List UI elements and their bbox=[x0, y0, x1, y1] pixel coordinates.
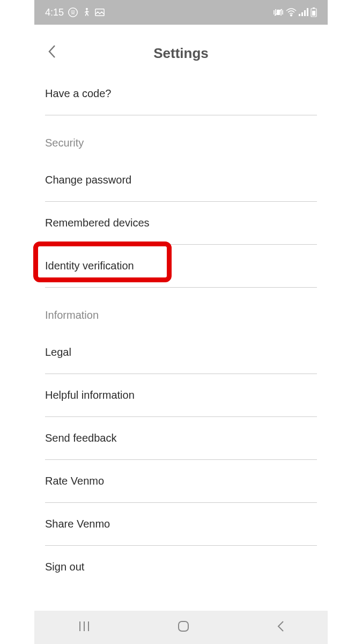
legal-item[interactable]: Legal bbox=[45, 331, 317, 374]
back-button[interactable] bbox=[47, 44, 57, 61]
svg-rect-7 bbox=[301, 12, 303, 16]
helpful-information-item[interactable]: Helpful information bbox=[45, 374, 317, 417]
svg-rect-2 bbox=[95, 9, 104, 16]
settings-list: Have a code? Security Change password Re… bbox=[0, 72, 362, 573]
status-right bbox=[273, 8, 317, 17]
image-icon bbox=[95, 8, 105, 17]
app-header: Settings bbox=[0, 29, 362, 72]
status-bar: 4:15 bbox=[34, 0, 328, 25]
home-button[interactable] bbox=[161, 614, 206, 640]
svg-rect-6 bbox=[299, 14, 300, 16]
remembered-devices-item[interactable]: Remembered devices bbox=[45, 202, 317, 245]
rate-venmo-item[interactable]: Rate Venmo bbox=[45, 460, 317, 503]
signal-icon bbox=[299, 8, 308, 17]
change-password-item[interactable]: Change password bbox=[45, 159, 317, 202]
svg-rect-8 bbox=[304, 10, 306, 16]
wifi-icon bbox=[286, 8, 297, 17]
svg-rect-9 bbox=[307, 8, 308, 16]
spotify-icon bbox=[68, 8, 78, 17]
page-title: Settings bbox=[11, 45, 351, 62]
section-label-security: Security bbox=[45, 115, 317, 159]
send-feedback-item[interactable]: Send feedback bbox=[45, 417, 317, 460]
svg-rect-12 bbox=[312, 11, 315, 16]
back-nav-button[interactable] bbox=[260, 614, 301, 640]
have-a-code-item[interactable]: Have a code? bbox=[45, 72, 317, 115]
android-nav-bar bbox=[34, 611, 328, 644]
battery-icon bbox=[311, 8, 317, 17]
section-label-information: Information bbox=[45, 288, 317, 331]
recents-button[interactable] bbox=[62, 615, 107, 640]
svg-rect-16 bbox=[179, 621, 188, 631]
status-time: 4:15 bbox=[45, 7, 64, 18]
identity-verification-item[interactable]: Identity verification bbox=[45, 245, 317, 288]
vibrate-icon bbox=[273, 8, 284, 17]
identity-verification-label: Identity verification bbox=[45, 260, 134, 272]
sign-out-item[interactable]: Sign out bbox=[45, 546, 317, 573]
walking-icon bbox=[82, 8, 91, 17]
svg-point-1 bbox=[86, 8, 88, 10]
svg-point-5 bbox=[291, 14, 292, 16]
status-left: 4:15 bbox=[45, 7, 105, 18]
share-venmo-item[interactable]: Share Venmo bbox=[45, 503, 317, 546]
svg-rect-11 bbox=[313, 8, 315, 9]
